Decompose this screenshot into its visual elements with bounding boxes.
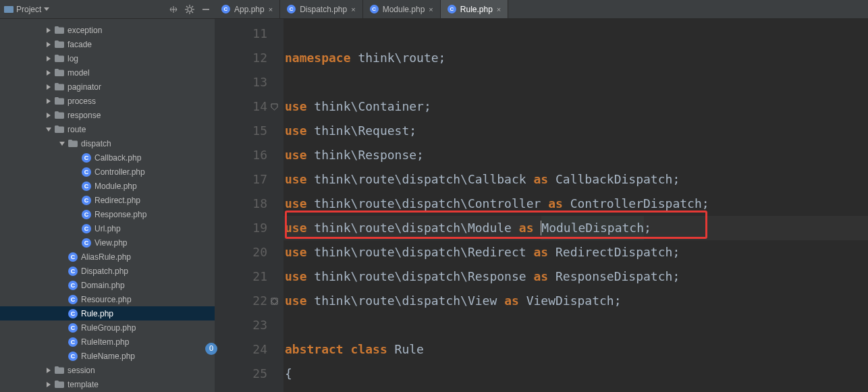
php-file-icon: C — [67, 351, 78, 362]
tree-file[interactable]: CController.php — [0, 165, 215, 179]
gutter-line: 24O — [215, 337, 267, 362]
code-line[interactable]: namespace think\route; — [283, 46, 868, 70]
tree-folder[interactable]: facade — [0, 37, 215, 51]
tree-file[interactable]: CView.php — [0, 235, 215, 250]
chevron-right-icon[interactable] — [47, 382, 51, 387]
project-sidebar: Project exceptionfacadelogmodelpaginator… — [0, 0, 215, 392]
code-line[interactable]: use think\route\dispatch\Controller as C… — [283, 192, 868, 216]
code-line[interactable]: use think\route\dispatch\View as ViewDis… — [283, 289, 868, 313]
chevron-right-icon[interactable] — [47, 70, 51, 76]
tree-folder[interactable]: session — [0, 363, 215, 377]
minimize-icon[interactable] — [201, 5, 211, 14]
close-icon[interactable]: × — [429, 5, 433, 13]
code-line[interactable] — [283, 22, 868, 46]
project-tree[interactable]: exceptionfacadelogmodelpaginatorprocessr… — [0, 19, 215, 392]
folder-icon — [67, 138, 78, 149]
tree-file[interactable]: CRedirect.php — [0, 193, 215, 207]
svg-rect-0 — [4, 6, 13, 13]
code-token: as — [504, 289, 519, 313]
project-icon — [4, 5, 13, 13]
tree-file[interactable]: CRuleItem.php — [0, 335, 215, 349]
chevron-down-icon[interactable] — [59, 142, 65, 146]
svg-line-9 — [186, 11, 188, 13]
editor-tab[interactable]: CModule.php× — [363, 0, 441, 18]
code-line[interactable] — [283, 70, 868, 94]
tree-item-label: Module.php — [94, 181, 137, 191]
tree-file[interactable]: CCallback.php — [0, 150, 215, 165]
chevron-right-icon[interactable] — [47, 113, 51, 118]
tree-file[interactable]: CResponse.php — [0, 207, 215, 221]
tree-item-label: Url.php — [94, 224, 121, 233]
chevron-right-icon[interactable] — [47, 99, 51, 104]
php-file-icon: C — [81, 237, 92, 248]
editor-tab[interactable]: CApp.php× — [215, 0, 280, 18]
code-line[interactable] — [283, 313, 868, 337]
tree-folder[interactable]: template — [0, 377, 215, 391]
code-editor[interactable]: 1112131415161718192021222324O25 namespac… — [215, 19, 868, 392]
fold-end-icon[interactable] — [267, 289, 281, 313]
scroll-from-source-icon[interactable] — [169, 5, 178, 14]
code-token: as — [519, 216, 534, 240]
tree-folder[interactable]: exception — [0, 23, 215, 37]
line-number: 21 — [252, 264, 267, 289]
php-file-icon: C — [67, 280, 78, 291]
chevron-right-icon[interactable] — [47, 56, 51, 61]
tree-file[interactable]: CAliasRule.php — [0, 250, 215, 264]
code-token: namespace — [285, 46, 358, 70]
gear-icon[interactable] — [185, 5, 194, 14]
editor-tab[interactable]: CRule.php× — [441, 0, 508, 18]
php-file-icon: C — [447, 5, 456, 13]
tree-folder[interactable]: process — [0, 94, 215, 108]
tree-item-label: Resource.php — [81, 295, 132, 304]
code-line[interactable]: use think\Response; — [283, 143, 868, 167]
tree-folder[interactable]: route — [0, 122, 215, 136]
gutter-line: 17 — [215, 167, 267, 192]
tree-file[interactable]: CResource.php — [0, 292, 215, 306]
tree-folder[interactable]: paginator — [0, 80, 215, 94]
editor-tab[interactable]: CDispatch.php× — [280, 0, 362, 18]
code-token: think\Request — [314, 119, 409, 143]
chevron-down-icon[interactable] — [46, 128, 51, 132]
close-icon[interactable]: × — [351, 5, 355, 13]
code-token: ControllerDispatch — [563, 192, 702, 216]
tree-item-label: View.php — [94, 238, 128, 248]
gutter-line: 22 — [215, 289, 267, 313]
code-area[interactable]: namespace think\route;use think\Containe… — [283, 19, 868, 392]
tree-folder[interactable]: model — [0, 65, 215, 80]
tree-folder[interactable]: dispatch — [0, 136, 215, 150]
code-token: use — [285, 94, 314, 119]
chevron-right-icon[interactable] — [47, 42, 51, 47]
code-token: think\route\dispatch\Response — [314, 264, 533, 289]
fold-start-icon[interactable] — [267, 94, 281, 119]
dropdown-icon[interactable] — [44, 7, 49, 11]
chevron-right-icon[interactable] — [47, 28, 51, 33]
tree-folder[interactable]: log — [0, 51, 215, 65]
code-line[interactable]: use think\Request; — [283, 119, 868, 143]
chevron-right-icon[interactable] — [47, 84, 51, 90]
tree-file[interactable]: CModule.php — [0, 179, 215, 193]
inspection-badge-icon[interactable]: O — [205, 343, 217, 355]
code-line[interactable]: abstract class Rule — [283, 337, 868, 362]
tree-file[interactable]: CDispatch.php — [0, 264, 215, 278]
code-line[interactable]: use think\Container; — [283, 94, 868, 119]
code-line[interactable]: { — [283, 362, 868, 386]
code-line[interactable]: use think\route\dispatch\Response as Res… — [283, 264, 868, 289]
code-line[interactable]: use think\route\dispatch\Callback as Cal… — [283, 167, 868, 192]
tree-file[interactable]: CRuleGroup.php — [0, 320, 215, 335]
close-icon[interactable]: × — [497, 5, 501, 13]
tree-file[interactable]: CDomain.php — [0, 278, 215, 292]
code-line[interactable]: use think\route\dispatch\Redirect as Red… — [283, 240, 868, 264]
close-icon[interactable]: × — [269, 5, 273, 13]
svg-point-2 — [188, 7, 192, 11]
code-line[interactable]: use think\route\dispatch\Module as Modul… — [283, 216, 868, 240]
folder-icon — [54, 96, 65, 107]
tree-file[interactable]: CRuleName.php — [0, 349, 215, 363]
code-token: use — [285, 119, 314, 143]
tree-folder[interactable]: response — [0, 108, 215, 122]
tree-file[interactable]: CRule.php — [0, 306, 215, 320]
chevron-right-icon[interactable] — [47, 368, 51, 373]
code-token: ; — [416, 143, 424, 167]
tree-file[interactable]: CUrl.php — [0, 221, 215, 235]
code-token — [533, 216, 541, 240]
code-token: use — [285, 264, 314, 289]
